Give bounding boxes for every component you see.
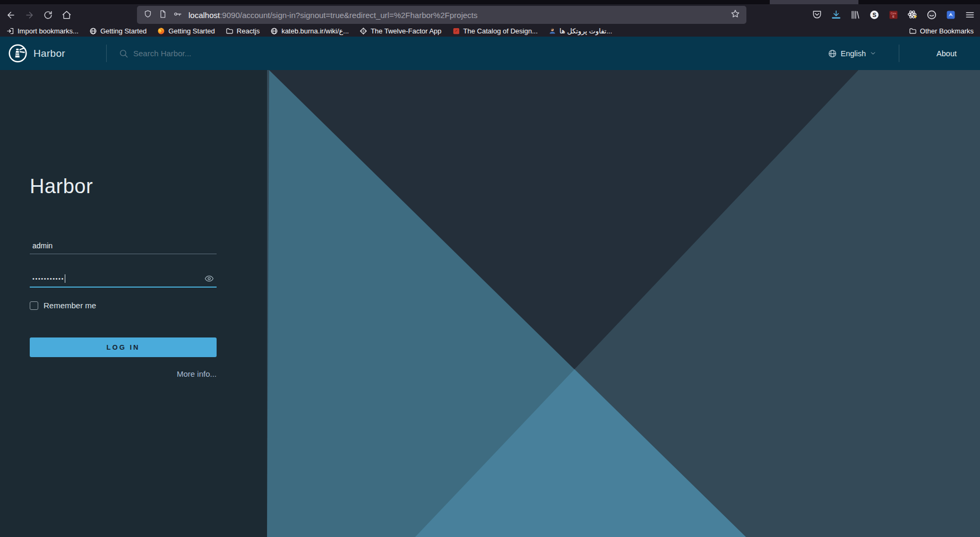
bookmark-getting-started-2[interactable]: Getting Started xyxy=(157,27,214,35)
brand-name: Harbor xyxy=(33,48,65,59)
back-button[interactable] xyxy=(4,8,17,21)
harbor-header: Harbor English About xyxy=(0,37,980,70)
globe-icon xyxy=(270,27,278,35)
active-tab-bottom[interactable] xyxy=(770,0,858,4)
url-text: localhost:9090/account/sign-in?signout=t… xyxy=(188,11,730,20)
browser-toolbar: localhost:9090/account/sign-in?signout=t… xyxy=(0,4,980,25)
username-input[interactable] xyxy=(30,238,217,254)
extension-cors-icon[interactable]: CorsE xyxy=(888,9,899,21)
language-selector[interactable]: English xyxy=(828,49,877,58)
svg-text:S: S xyxy=(872,12,876,18)
background-triangles xyxy=(267,70,980,537)
remember-me-label: Remember me xyxy=(44,301,96,310)
bookmark-kateb-wiki[interactable]: kateb.burna.ir/wiki/ع... xyxy=(270,27,349,35)
tracking-shield-icon[interactable] xyxy=(143,10,152,21)
bookmark-persian-protocols[interactable]: تفاوت پروتکل ها... xyxy=(548,27,612,35)
pocket-icon[interactable] xyxy=(811,9,823,21)
library-icon[interactable] xyxy=(849,9,861,21)
show-password-eye-icon[interactable] xyxy=(204,274,214,283)
chevron-down-icon xyxy=(870,50,876,57)
login-key-icon[interactable] xyxy=(173,10,182,21)
password-masked-value: ••••••••••• xyxy=(32,275,64,282)
bookmarks-bar: Import bookmarks... Getting Started Gett… xyxy=(0,25,980,37)
svg-text:Cors: Cors xyxy=(891,12,897,15)
more-info-link[interactable]: More info... xyxy=(30,369,217,378)
svg-text:E: E xyxy=(892,15,895,18)
search-input[interactable] xyxy=(132,48,291,58)
password-input[interactable]: ••••••••••• xyxy=(30,271,217,288)
page-info-icon[interactable] xyxy=(158,10,167,21)
folder-icon xyxy=(226,27,234,35)
extension-devtools-icon[interactable] xyxy=(907,9,918,21)
globe-icon xyxy=(828,49,837,58)
tab-strip xyxy=(0,0,980,4)
url-bar[interactable]: localhost:9090/account/sign-in?signout=t… xyxy=(137,6,746,24)
other-bookmarks[interactable]: Other Bookmarks xyxy=(909,27,974,35)
text-caret xyxy=(65,274,65,283)
diamond-icon xyxy=(359,27,367,35)
log-in-button[interactable]: LOG IN xyxy=(30,337,217,357)
bookmark-twelve-factor[interactable]: The Twelve-Factor App xyxy=(359,27,441,35)
firefox-icon xyxy=(157,27,165,35)
bookmark-catalog-design[interactable]: The Catalog of Design... xyxy=(452,27,538,35)
bookmark-folder-reactjs[interactable]: Reactjs xyxy=(226,27,260,35)
search-icon xyxy=(119,49,128,58)
extension-s-icon[interactable]: S xyxy=(869,9,880,21)
bookmark-star-icon[interactable] xyxy=(730,9,740,21)
about-link[interactable]: About xyxy=(936,49,957,58)
downloads-icon[interactable] xyxy=(830,9,842,21)
browser-chrome: localhost:9090/account/sign-in?signout=t… xyxy=(0,0,980,37)
harbor-logo-icon xyxy=(8,44,28,63)
menu-hamburger-icon[interactable] xyxy=(964,9,976,21)
globe-icon xyxy=(89,27,97,35)
extension-blue-icon[interactable] xyxy=(945,9,957,21)
bookmark-getting-started-1[interactable]: Getting Started xyxy=(89,27,147,35)
header-divider xyxy=(899,45,899,62)
folder-icon xyxy=(909,27,917,35)
background-art xyxy=(267,70,980,537)
login-panel: Harbor ••••••••••• Remember me LOG IN Mo… xyxy=(0,70,267,537)
page-title: Harbor xyxy=(30,175,93,198)
extension-proxy-icon[interactable] xyxy=(926,9,938,21)
reload-button[interactable] xyxy=(41,8,54,21)
harbor-brand[interactable]: Harbor xyxy=(8,37,65,70)
bookmark-import[interactable]: Import bookmarks... xyxy=(6,27,79,35)
forward-button[interactable] xyxy=(23,8,36,21)
person-icon xyxy=(548,27,556,35)
red-site-icon xyxy=(452,27,460,35)
page-content: Harbor ••••••••••• Remember me LOG IN Mo… xyxy=(0,70,980,537)
home-button[interactable] xyxy=(60,8,73,21)
import-icon xyxy=(6,27,14,35)
header-divider xyxy=(106,45,107,62)
remember-me-checkbox[interactable] xyxy=(30,301,38,310)
